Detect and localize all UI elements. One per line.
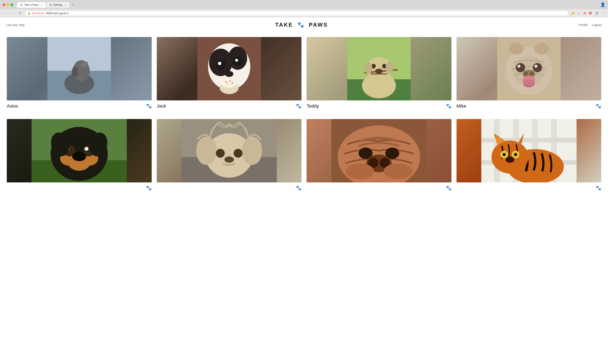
nav-left: List your dog xyxy=(6,23,25,27)
paw-button-jack[interactable]: 🐾 xyxy=(296,103,301,109)
address-bar[interactable]: 🔒 Not Secure 50087ad3.ngrok.io xyxy=(25,11,568,16)
svg-point-7 xyxy=(72,66,78,77)
maximize-window-button[interactable] xyxy=(11,3,13,6)
svg-point-92 xyxy=(514,153,517,156)
dog-info-mike: Mike 🐾 xyxy=(457,103,601,110)
key-icon[interactable]: 🔑 xyxy=(570,11,575,16)
paw-button-axios[interactable]: 🐾 xyxy=(146,103,152,109)
browser-title-bar: 🐾 Take a Paws ✕ ⚙️ Settings ✕ + 👤 xyxy=(0,0,608,9)
svg-point-48 xyxy=(513,56,545,86)
minimize-window-button[interactable] xyxy=(7,3,9,6)
dog-info-axios: Axios 🐾 xyxy=(7,103,152,110)
dog-card-row2-1[interactable]: 🐾 xyxy=(4,117,154,194)
paw-button-row2-3[interactable]: 🐾 xyxy=(446,185,451,191)
svg-point-91 xyxy=(502,153,506,156)
wallet-icon[interactable]: 🛡️ xyxy=(594,11,599,16)
tab-take-a-paws[interactable]: 🐾 Take a Paws ✕ xyxy=(17,2,46,8)
svg-point-18 xyxy=(221,77,238,88)
tab-icon-paws: 🐾 xyxy=(20,4,23,6)
svg-point-15 xyxy=(235,59,238,62)
svg-point-69 xyxy=(224,156,234,163)
dog-name-teddy: Teddy xyxy=(307,103,319,109)
back-button[interactable]: ← xyxy=(2,11,8,16)
dog-info-row2-4: 🐾 xyxy=(457,184,601,192)
dog-name-mike: Mike xyxy=(457,103,466,109)
bookmark-icon[interactable]: ☆ xyxy=(577,11,581,16)
browser-actions: 🔑 ☆ ⊙ O 🛡️ ⋮ xyxy=(570,11,606,16)
dog-image-axios xyxy=(7,37,152,100)
dog-image-row2-4 xyxy=(457,119,601,182)
title-paw-icon: 🐾 xyxy=(297,22,305,28)
browser-user-icon[interactable]: 👤 xyxy=(600,2,606,7)
close-window-button[interactable] xyxy=(2,3,5,6)
dog-card-axios[interactable]: Axios 🐾 xyxy=(4,34,154,112)
refresh-button[interactable]: ↻ xyxy=(18,11,23,16)
paw-button-row2-2[interactable]: 🐾 xyxy=(296,185,301,191)
opera-icon[interactable]: O xyxy=(589,11,592,16)
dog-info-row2-3: 🐾 xyxy=(307,184,451,192)
dog-info-row2-1: 🐾 xyxy=(7,184,152,192)
svg-point-13 xyxy=(233,57,242,66)
svg-point-67 xyxy=(216,149,225,158)
svg-point-20 xyxy=(230,80,231,82)
dog-card-jack[interactable]: Jack 🐾 xyxy=(154,34,304,112)
dog-card-row2-2[interactable]: 🐾 xyxy=(154,117,304,194)
svg-point-66 xyxy=(242,137,262,165)
title-part2: PAWS xyxy=(309,22,328,28)
dog-card-row2-4[interactable]: 🐾 xyxy=(454,117,604,194)
svg-point-16 xyxy=(225,71,233,77)
svg-point-78 xyxy=(384,163,412,179)
browser-chrome: 🐾 Take a Paws ✕ ⚙️ Settings ✕ + 👤 ← → ↻ … xyxy=(0,0,608,17)
window-controls xyxy=(2,3,13,6)
browser-tabs: 🐾 Take a Paws ✕ ⚙️ Settings ✕ + xyxy=(17,2,598,8)
svg-point-14 xyxy=(218,62,221,65)
url-display: 50087ad3.ngrok.io xyxy=(46,12,566,15)
svg-point-33 xyxy=(365,62,372,74)
dog-image-jack xyxy=(157,37,302,100)
tab-close-settings[interactable]: ✕ xyxy=(65,4,67,6)
dog-grid-row1: Axios 🐾 xyxy=(0,32,608,114)
dog-card-row2-3[interactable]: 🐾 xyxy=(304,117,454,194)
profile-link[interactable]: Profile xyxy=(579,23,588,27)
dog-image-row2-3 xyxy=(307,119,451,182)
svg-point-34 xyxy=(386,62,393,74)
dog-image-mike xyxy=(457,37,601,100)
paw-button-row2-1[interactable]: 🐾 xyxy=(146,185,152,191)
security-icon: 🔒 xyxy=(27,12,30,14)
svg-point-93 xyxy=(505,156,514,163)
dog-image-row2-2 xyxy=(157,119,302,182)
new-tab-button[interactable]: + xyxy=(70,2,76,8)
logout-link[interactable]: Logout xyxy=(592,23,602,27)
svg-point-19 xyxy=(225,81,227,82)
svg-point-21 xyxy=(232,82,233,84)
paw-button-mike[interactable]: 🐾 xyxy=(595,103,601,109)
list-your-dog-link[interactable]: List your dog xyxy=(6,23,25,27)
shield-icon[interactable]: ⊙ xyxy=(583,11,587,16)
paw-button-teddy[interactable]: 🐾 xyxy=(446,103,451,109)
tab-close-paws[interactable]: ✕ xyxy=(41,4,43,6)
paw-button-row2-4[interactable]: 🐾 xyxy=(595,185,601,191)
svg-point-65 xyxy=(196,137,216,165)
dog-name-jack: Jack xyxy=(157,103,166,109)
svg-point-77 xyxy=(346,163,374,179)
app-title: TAKE 🐾 PAWS xyxy=(25,22,579,28)
title-part1: TAKE xyxy=(275,22,293,28)
svg-point-47 xyxy=(534,43,549,54)
tab-icon-settings: ⚙️ xyxy=(49,4,52,6)
tab-title-paws: Take a Paws xyxy=(24,3,39,6)
app-header: List your dog TAKE 🐾 PAWS Profile Logout xyxy=(0,17,608,32)
svg-point-30 xyxy=(375,69,383,74)
dog-image-row2-1 xyxy=(7,119,152,182)
svg-point-22 xyxy=(227,83,228,85)
dog-card-mike[interactable]: Mike 🐾 xyxy=(454,34,604,112)
svg-point-59 xyxy=(72,152,86,161)
nav-right: Profile Logout xyxy=(579,23,602,27)
dog-image-teddy xyxy=(307,37,451,100)
svg-point-31 xyxy=(371,64,376,68)
forward-button[interactable]: → xyxy=(10,11,16,16)
dog-card-teddy[interactable]: Teddy 🐾 xyxy=(304,34,454,112)
svg-point-68 xyxy=(233,149,243,158)
app-container: List your dog TAKE 🐾 PAWS Profile Logout xyxy=(0,17,608,196)
tab-settings[interactable]: ⚙️ Settings ✕ xyxy=(46,2,70,8)
menu-icon[interactable]: ⋮ xyxy=(601,11,606,16)
